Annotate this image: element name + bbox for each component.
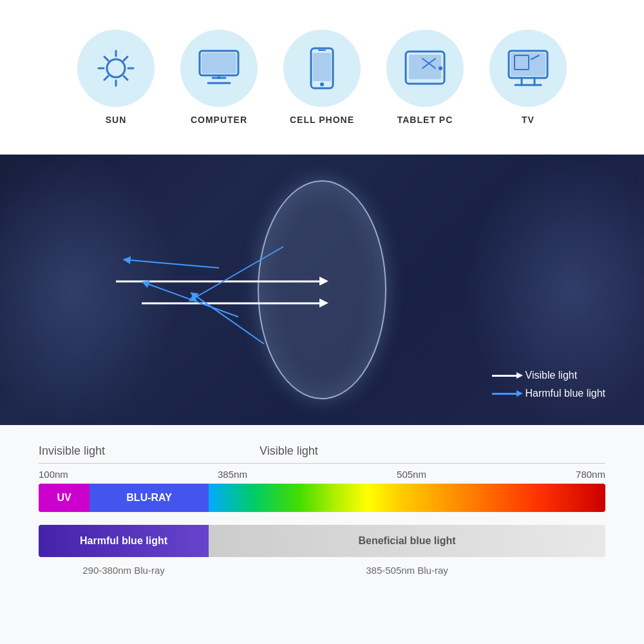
device-sun: SUN <box>77 30 155 125</box>
visible-light-line <box>492 375 518 377</box>
sun-circle <box>77 30 155 107</box>
legend-visible-light: Visible light <box>492 370 606 381</box>
svg-point-22 <box>439 66 442 70</box>
svg-point-16 <box>320 82 324 86</box>
svg-line-6 <box>124 76 128 80</box>
cell-phone-icon <box>309 46 335 90</box>
cell-phone-circle <box>283 30 361 107</box>
sun-label: SUN <box>106 115 127 125</box>
beneficial-bar: Beneficial blue light <box>209 525 605 557</box>
cell-phone-label: CELL PHONE <box>290 115 354 125</box>
nm-780: 780nm <box>576 469 605 480</box>
uv-section: UV <box>39 484 90 512</box>
harmful-blue-line <box>492 393 518 395</box>
tv-circle <box>489 30 567 107</box>
visible-light-label: Visible light <box>260 444 318 458</box>
spectrum-container: UV BLU-RAY <box>39 484 605 512</box>
legend: Visible light Harmful blue light <box>492 370 606 399</box>
bottom-section: Invisible light Visible light 100nm 385n… <box>0 425 644 644</box>
svg-rect-17 <box>318 50 326 51</box>
device-computer: COMPUTER <box>180 30 258 125</box>
nm-505: 505nm <box>397 469 426 480</box>
lens-shape <box>258 180 386 399</box>
nm-range-row: 290-380nm Blu-ray 385-505nm Blu-ray <box>39 565 605 576</box>
svg-line-5 <box>104 57 108 61</box>
svg-point-0 <box>107 59 125 77</box>
harmful-label: Harmful blue light <box>80 535 167 547</box>
harmful-bar: Harmful blue light <box>39 525 209 557</box>
bluray-section: BLU-RAY <box>90 484 209 512</box>
uv-label: UV <box>57 492 71 504</box>
middle-section: Visible light Harmful blue light <box>0 155 644 425</box>
legend-harmful-blue: Harmful blue light <box>492 388 606 399</box>
computer-label: COMPUTER <box>191 115 247 125</box>
svg-rect-15 <box>313 53 331 81</box>
svg-line-7 <box>124 57 128 61</box>
harmful-range-label: 290-380nm Blu-ray <box>39 565 209 576</box>
beneficial-range-label: 385-505nm Blu-ray <box>209 565 605 576</box>
computer-circle <box>180 30 258 107</box>
separator-line <box>39 463 605 464</box>
tv-icon <box>506 48 551 90</box>
tablet-circle <box>386 30 464 107</box>
invisible-light-label: Invisible light <box>39 444 105 458</box>
bluray-label: BLU-RAY <box>126 492 172 504</box>
svg-rect-10 <box>202 53 236 73</box>
tablet-label: TABLET PC <box>397 115 453 125</box>
nm-labels-row: 100nm 385nm 505nm 780nm <box>39 469 605 480</box>
nm-385: 385nm <box>218 469 247 480</box>
visible-light-label: Visible light <box>526 370 578 381</box>
computer-icon <box>196 48 242 90</box>
harmful-beneficial-row: Harmful blue light Beneficial blue light <box>39 525 605 557</box>
tv-label: TV <box>522 115 535 125</box>
sun-icon <box>93 46 138 91</box>
visible-light-arrow-2 <box>142 303 322 305</box>
light-type-labels: Invisible light Visible light <box>39 444 605 458</box>
device-tv: TV <box>489 30 567 125</box>
top-section: SUN COMPUTER CELL PHONE <box>0 0 644 155</box>
device-tablet: TABLET PC <box>386 30 464 125</box>
harmful-blue-label: Harmful blue light <box>526 388 606 399</box>
beneficial-label: Beneficial blue light <box>358 535 455 547</box>
device-cell-phone: CELL PHONE <box>283 30 361 125</box>
tablet-icon <box>403 49 447 88</box>
svg-line-8 <box>104 76 108 80</box>
spectrum-bar: UV BLU-RAY <box>39 484 605 512</box>
nm-100: 100nm <box>39 469 68 480</box>
